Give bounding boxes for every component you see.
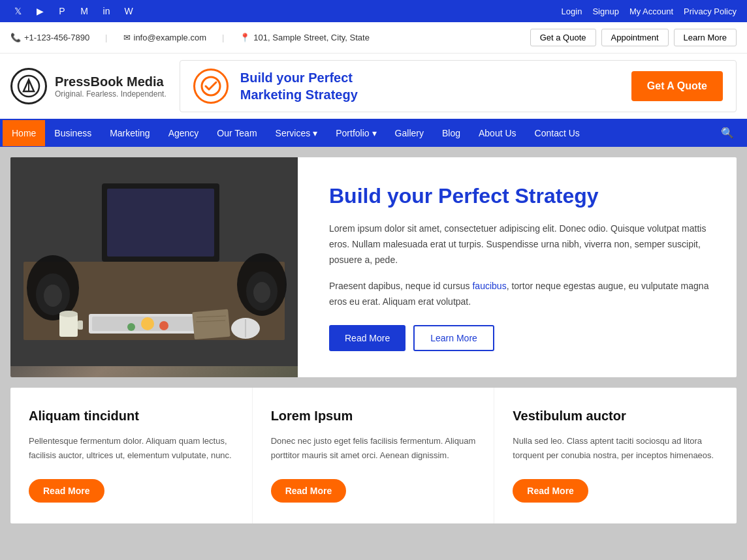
card-1-read-more-button[interactable]: Read More	[29, 479, 104, 503]
site-name: PressBook Media	[55, 74, 167, 89]
nav-our-team[interactable]: Our Team	[208, 120, 266, 146]
wordpress-icon[interactable]: W	[121, 4, 136, 18]
appointment-button[interactable]: Appointment	[601, 29, 669, 46]
nav-blog[interactable]: Blog	[433, 120, 469, 146]
card-3-read-more-button[interactable]: Read More	[513, 479, 588, 503]
phone: 📞 +1-123-456-7890	[10, 33, 89, 42]
hero-buttons: Read More Learn More	[329, 325, 710, 351]
contact-buttons: Get a Quote Appointment Learn More	[530, 29, 737, 46]
banner-check-icon	[193, 69, 229, 104]
top-bar: 𝕏 ▶ P M in W Login Signup My Account Pri…	[0, 0, 747, 22]
hero-title: Build your Perfect Strategy	[329, 183, 710, 208]
hero-learn-more-button[interactable]: Learn More	[413, 325, 494, 351]
card-3-text: Nulla sed leo. Class aptent taciti socio…	[513, 434, 718, 463]
medium-icon[interactable]: M	[77, 4, 91, 18]
youtube-icon[interactable]: ▶	[33, 4, 47, 18]
linkedin-icon[interactable]: in	[99, 4, 114, 18]
address: 📍 101, Sample Street, City, State	[240, 33, 370, 42]
card-2-text: Donec nec justo eget felis facilisis fer…	[271, 434, 476, 463]
nav-home[interactable]: Home	[3, 120, 45, 146]
svg-point-14	[44, 285, 62, 307]
header: PressBook Media Original. Fearless. Inde…	[0, 54, 747, 119]
main-content: Build your Perfect Strategy Lorem ipsum …	[0, 147, 747, 534]
svg-rect-7	[107, 189, 214, 257]
banner-text: Build your PerfectMarketing Strategy	[240, 69, 620, 103]
nav-portfolio[interactable]: Portfolio ▾	[326, 120, 385, 146]
hero-paragraph-2: Praesent dapibus, neque id cursus faucib…	[329, 279, 710, 310]
main-nav: Home Business Marketing Agency Our Team …	[0, 119, 747, 147]
banner-cta-button[interactable]: Get A Quote	[631, 71, 723, 101]
top-links: Login Signup My Account Privacy Policy	[562, 7, 737, 16]
card-1-text: Pellentesque fermentum dolor. Aliquam qu…	[29, 434, 234, 463]
card-2-read-more-button[interactable]: Read More	[271, 479, 347, 503]
card-2-title: Lorem Ipsum	[271, 409, 476, 424]
email: ✉ info@example.com	[123, 33, 206, 42]
portfolio-dropdown-icon: ▾	[372, 128, 377, 138]
card-1: Aliquam tincidunt Pellentesque fermentum…	[10, 388, 253, 523]
services-dropdown-icon: ▾	[313, 128, 317, 138]
search-icon[interactable]: 🔍	[710, 119, 744, 147]
card-3-title: Vestibulum auctor	[513, 409, 718, 424]
twitter-icon[interactable]: 𝕏	[10, 4, 25, 18]
svg-rect-24	[192, 309, 230, 340]
logo-icon	[10, 68, 47, 104]
nav-business[interactable]: Business	[45, 120, 101, 146]
svg-point-23	[127, 323, 135, 331]
hero-paragraph-1: Lorem ipsum dolor sit amet, consectetuer…	[329, 221, 710, 268]
signup-link[interactable]: Signup	[592, 7, 618, 16]
card-1-title: Aliquam tincidunt	[29, 409, 234, 424]
contact-bar: 📞 +1-123-456-7890 | ✉ info@example.com |…	[0, 22, 747, 54]
svg-rect-18	[59, 314, 78, 337]
my-account-link[interactable]: My Account	[629, 7, 673, 16]
logo: PressBook Media Original. Fearless. Inde…	[10, 68, 167, 104]
email-icon: ✉	[123, 33, 131, 42]
svg-point-19	[59, 311, 78, 317]
location-icon: 📍	[240, 33, 250, 42]
svg-rect-20	[78, 320, 83, 330]
banner-title: Build your PerfectMarketing Strategy	[240, 69, 620, 103]
svg-point-22	[159, 321, 168, 330]
nav-marketing[interactable]: Marketing	[101, 120, 159, 146]
svg-point-21	[141, 317, 154, 330]
card-2: Lorem Ipsum Donec nec justo eget felis f…	[253, 388, 495, 523]
login-link[interactable]: Login	[562, 7, 582, 16]
privacy-policy-link[interactable]: Privacy Policy	[684, 7, 737, 16]
hero-image	[10, 157, 298, 377]
svg-point-17	[253, 282, 270, 303]
learn-more-button[interactable]: Learn More	[674, 29, 737, 46]
nav-agency[interactable]: Agency	[159, 120, 208, 146]
logo-text: PressBook Media Original. Fearless. Inde…	[55, 74, 167, 99]
get-quote-button[interactable]: Get a Quote	[530, 29, 596, 46]
hero-section: Build your Perfect Strategy Lorem ipsum …	[10, 157, 737, 377]
cards-section: Aliquam tincidunt Pellentesque fermentum…	[10, 388, 737, 523]
pinterest-icon[interactable]: P	[55, 4, 69, 18]
hero-read-more-button[interactable]: Read More	[329, 325, 405, 351]
social-links: 𝕏 ▶ P M in W	[10, 4, 136, 18]
site-tagline: Original. Fearless. Independent.	[55, 89, 167, 99]
phone-icon: 📞	[10, 33, 21, 42]
header-banner: Build your PerfectMarketing Strategy Get…	[180, 60, 737, 112]
contact-info: 📞 +1-123-456-7890 | ✉ info@example.com |…	[10, 33, 370, 42]
hero-content: Build your Perfect Strategy Lorem ipsum …	[298, 157, 737, 377]
nav-gallery[interactable]: Gallery	[386, 120, 433, 146]
card-3: Vestibulum auctor Nulla sed leo. Class a…	[494, 388, 737, 523]
nav-services[interactable]: Services ▾	[266, 120, 327, 146]
nav-about-us[interactable]: About Us	[469, 120, 526, 146]
nav-contact-us[interactable]: Contact Us	[526, 120, 589, 146]
